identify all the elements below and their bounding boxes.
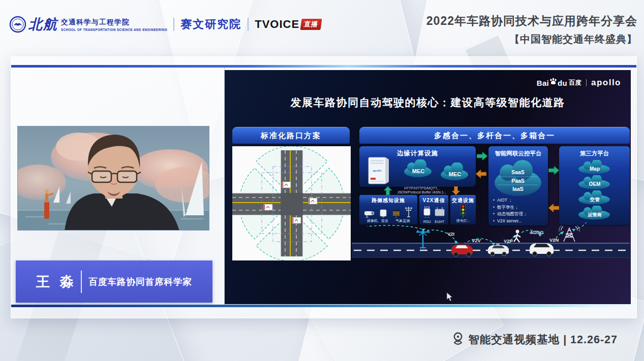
- event-title-line2: 【中国智能交通年终盛典】: [426, 32, 637, 46]
- cloud-feature: 动态地图管理；: [493, 211, 527, 218]
- lidar-icon: [392, 209, 401, 218]
- edge-cabinet-icon: apollo: [366, 155, 391, 185]
- flow-arrow-right-icon: [477, 151, 487, 161]
- third-party-cloud-traffic-police: 交管: [577, 190, 612, 205]
- cloud-panel-title: 智能网联云控平台: [488, 146, 548, 157]
- cloud-control-panel: 智能网联云控平台 SaaS PaaS IaaS AIOT ； 数字孪生； 动态地…: [488, 146, 548, 225]
- traffic-light-icon: [459, 204, 467, 218]
- event-title-line1: 2022年车路协同技术与应用跨年分享会: [426, 13, 637, 29]
- saas-paas-iaas-cloud-icon: SaaS PaaS IaaS: [494, 159, 543, 197]
- camera-icon: [364, 209, 375, 218]
- third-panel-title: 第三方平台: [559, 146, 630, 157]
- nameplate-divider: [81, 271, 82, 293]
- svg-text:apollo: apollo: [373, 169, 382, 172]
- speaker-name: 王 淼: [36, 273, 77, 291]
- speaker-video-frame-art: [18, 126, 209, 231]
- protocol-text: HTTP/HTTPS/MQTT... JSON/Protocol Buffer …: [393, 186, 450, 194]
- baidu-paw-icon: [549, 78, 557, 85]
- rsu-icon: [422, 206, 432, 218]
- stream-header: 北航 交通科学与工程学院 SCHOOL OF TRANSPORTATION SC…: [0, 0, 644, 53]
- v2x-panel-title: V2X通信: [419, 195, 448, 204]
- baidu-wordmark: Bai: [537, 79, 549, 87]
- baidu-cn: 百度: [569, 79, 581, 87]
- speaker-nameplate: 王 淼 百度车路协同首席科学家: [16, 260, 212, 303]
- svg-text:运营商: 运营商: [588, 212, 602, 217]
- mouse-cursor: [446, 292, 453, 302]
- v2x-road-scene: V2I V2V V2P 4G/5G V2N: [352, 222, 630, 268]
- traffic-facility-panel: 交通设施 信号灯...: [450, 195, 476, 224]
- event-title: 2022年车路协同技术与应用跨年分享会 【中国智能交通年终盛典】: [426, 13, 637, 46]
- location-pin-icon: [452, 332, 464, 347]
- label-v2n: V2N: [549, 237, 559, 243]
- tvoice-live-badge: 直播: [300, 19, 322, 30]
- radar-icon: [379, 209, 387, 218]
- euht-icon: [434, 207, 445, 218]
- traffic-panel-title: 交通设施: [450, 195, 476, 204]
- v2x-icons: [419, 206, 448, 218]
- svg-text:OEM: OEM: [589, 181, 601, 187]
- traffic-icons: [450, 204, 476, 218]
- logo-divider: [248, 18, 249, 31]
- weather-station-icon: [405, 206, 413, 218]
- content-panel: 王 淼 百度车路协同首席科学家 Bai du 百度 apollo 发展车路协同自…: [11, 56, 637, 318]
- mec-cloud-icon: MEC: [403, 159, 434, 178]
- school-name-cn: 交通科学与工程学院: [61, 18, 167, 27]
- baidu-apollo-brand: Bai du 百度 apollo: [537, 78, 621, 88]
- saiwen-logo: 赛文研究院: [180, 17, 241, 32]
- cloud-feature: AIOT ；: [493, 197, 527, 204]
- downlink-arrow-icon: [452, 186, 460, 195]
- presentation-slide: Bai du 百度 apollo 发展车路协同自动驾驶的核心：建设高等级智能化道…: [225, 70, 631, 304]
- flow-arrow-left-icon: [476, 169, 486, 179]
- venue-and-dates: 智能交通视频基地 | 12.26-27: [468, 332, 618, 347]
- mec-cloud-icon: MEC: [440, 162, 470, 181]
- roadside-icons: [359, 206, 417, 218]
- layer-paas: PaaS: [511, 178, 525, 184]
- accent-line-bottom: [11, 305, 636, 307]
- edge-computing-panel: 边缘计算设施 apollo MEC ME: [359, 146, 476, 187]
- intersection-diagram-art: [232, 146, 351, 260]
- tvoice-wordmark: TVOICE: [255, 18, 299, 31]
- event-footer: 智能交通视频基地 | 12.26-27: [452, 332, 618, 347]
- third-party-cloud-operator: 运营商: [577, 206, 612, 220]
- label-4g5g: 4G/5G: [530, 229, 544, 235]
- protocol-line1: HTTP/HTTPS/MQTT...: [393, 186, 450, 190]
- roadside-sensing-panel: 路侧感知设施: [359, 195, 417, 224]
- link-labels: V2I V2V V2P 4G/5G V2N: [447, 229, 559, 244]
- buaa-wordmark: 北航: [28, 15, 58, 34]
- intersection-diagram: [232, 146, 351, 260]
- speaker-video: [17, 126, 209, 231]
- school-name-en: SCHOOL OF TRANSPORTATION SCIENCE AND ENG…: [61, 28, 167, 31]
- layer-saas: SaaS: [511, 169, 525, 175]
- mec-label: MEC: [449, 171, 462, 177]
- baidu-wordmark-du: du: [558, 79, 567, 87]
- school-name: 交通科学与工程学院 SCHOOL OF TRANSPORTATION SCIEN…: [61, 18, 167, 31]
- buaa-logo-icon: [9, 16, 26, 33]
- apollo-wordmark: apollo: [591, 78, 621, 88]
- label-v2p: V2P: [504, 238, 513, 244]
- svg-text:Map: Map: [590, 166, 600, 172]
- accent-line-top: [11, 65, 636, 68]
- label-v2v: V2V: [472, 238, 481, 243]
- label-v2i: V2I: [447, 231, 454, 237]
- section-header-integration: 多感合一、多杆合一、多箱合一: [359, 127, 630, 144]
- svg-text:交管: 交管: [590, 196, 600, 202]
- logo-divider: [173, 18, 174, 31]
- slide-title: 发展车路协同自动驾驶的核心：建设高等级智能化道路: [225, 95, 631, 110]
- third-party-cloud-oem: OEM: [577, 175, 612, 189]
- organizer-logos: 北航 交通科学与工程学院 SCHOOL OF TRANSPORTATION SC…: [9, 15, 321, 34]
- cloud-feature: 数字孪生；: [493, 204, 527, 211]
- brand-divider: [586, 79, 587, 86]
- tvoice-logo: TVOICE 直播: [255, 18, 321, 31]
- flow-arrow-left-icon: [548, 203, 559, 213]
- pedestrian-icon: [514, 230, 520, 242]
- v2x-comm-panel: V2X通信 RSU EUHT: [419, 195, 448, 224]
- uplink-arrow-icon: [384, 186, 392, 195]
- roadside-panel-title: 路侧感知设施: [359, 195, 417, 204]
- speaker-title: 百度车路协同首席科学家: [89, 276, 193, 288]
- third-party-cloud-map: Map: [577, 160, 612, 174]
- mec-label: MEC: [412, 168, 425, 174]
- flow-arrow-right-icon: [548, 166, 559, 175]
- third-party-panel: 第三方平台 Map OEM 交管 运营商: [559, 146, 630, 225]
- cloud-feature-list: AIOT ； 数字孪生； 动态地图管理； V2X server...: [493, 197, 527, 224]
- protocol-line2: JSON/Protocol Buffer /ASN.1...: [393, 190, 450, 194]
